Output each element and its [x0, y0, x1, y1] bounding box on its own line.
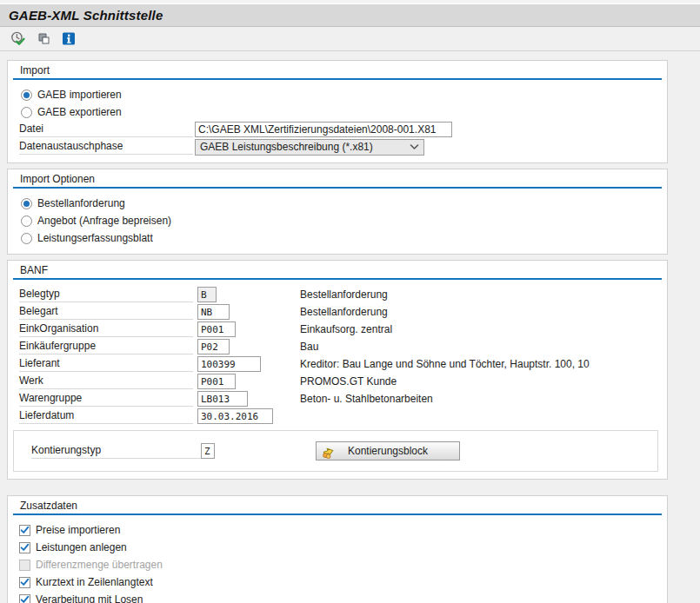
radio-button-icon[interactable]	[21, 215, 32, 227]
zusatzdaten-section: Zusatzdaten Preise importierenLeistungen…	[7, 495, 668, 603]
field-description: Bestellanforderung	[300, 306, 388, 318]
field-label: Warengruppe	[19, 391, 193, 407]
field-input[interactable]	[197, 321, 236, 337]
field-label: Werk	[19, 374, 193, 389]
main-content: Import GAEB importierenGAEB exportieren …	[0, 51, 700, 603]
radio-dot	[23, 109, 30, 116]
kontierungsblock-button-label: Kontierungsblock	[348, 445, 428, 457]
field-label: Lieferdatum	[19, 408, 193, 424]
datenaustauschphase-select[interactable]: GAEB Leistungsbeschreibung (*.x81)	[195, 139, 424, 156]
import-options-title: Import Optionen	[8, 169, 667, 187]
kontierungstyp-label: Kontierungstyp	[31, 443, 201, 459]
checkbox-option-label: Leistungen anlegen	[36, 541, 127, 553]
checkbox-icon	[19, 560, 30, 571]
field-row: EinkäufergruppeBau	[19, 338, 667, 355]
kontierung-box: Kontierungstyp Kontierungsblock	[13, 430, 658, 472]
execute-button[interactable]	[10, 30, 27, 48]
import-section-title: Import	[8, 61, 667, 78]
field-input[interactable]	[197, 408, 273, 424]
field-description: Bau	[300, 341, 318, 353]
radio-dot	[23, 235, 30, 242]
zusatzdaten-checkbox-group: Preise importierenLeistungen anlegenDiff…	[8, 521, 667, 603]
radio-button-icon[interactable]	[21, 233, 32, 244]
datenaustauschphase-row: Datenaustauschphase GAEB Leistungsbeschr…	[19, 138, 667, 156]
import-options-rule	[13, 187, 662, 189]
checkbox-option[interactable]: Preise importieren	[19, 521, 667, 539]
checkbox-option[interactable]: Verarbeitung mit Losen	[19, 591, 667, 603]
datei-row: Datei	[19, 121, 667, 138]
copy-objects-button[interactable]	[35, 30, 52, 48]
radio-dot	[23, 218, 30, 224]
field-input[interactable]	[197, 304, 230, 320]
banf-field-list: BelegtypBestellanforderungBelegartBestel…	[8, 286, 667, 425]
zusatzdaten-rule	[13, 514, 662, 515]
execute-icon	[10, 31, 26, 47]
datenaustauschphase-label: Datenaustauschphase	[19, 139, 193, 155]
field-input[interactable]	[197, 287, 217, 302]
info-icon	[62, 31, 77, 46]
title-bar: GAEB-XML Schnittstelle	[0, 3, 700, 27]
kontierungsblock-button[interactable]: Kontierungsblock	[316, 441, 460, 461]
field-label: Belegtyp	[19, 287, 193, 302]
field-label: Einkäufergruppe	[19, 339, 193, 355]
field-row: Lieferdatum	[19, 408, 667, 425]
copy-objects-icon	[37, 31, 51, 46]
radio-option-label: Bestellanforderung	[37, 197, 125, 209]
checkbox-icon[interactable]	[19, 594, 30, 603]
radio-option[interactable]: Angebot (Anfrage bepreisen)	[21, 212, 667, 229]
checkbox-icon[interactable]	[19, 525, 30, 536]
radio-option[interactable]: GAEB importieren	[21, 86, 667, 103]
radio-option[interactable]: GAEB exportieren	[21, 103, 667, 121]
zusatzdaten-title: Zusatzdaten	[8, 496, 667, 514]
info-button[interactable]	[60, 30, 77, 48]
field-row: WerkPROMOS.GT Kunde	[19, 373, 667, 390]
field-input[interactable]	[197, 391, 248, 407]
field-label: Lieferant	[19, 356, 193, 372]
banf-section: BANF BelegtypBestellanforderungBelegartB…	[7, 260, 668, 480]
field-input[interactable]	[197, 339, 230, 355]
field-description: PROMOS.GT Kunde	[300, 375, 397, 388]
radio-button-icon[interactable]	[21, 198, 32, 209]
field-label: Belegart	[19, 304, 193, 320]
import-section: Import GAEB importierenGAEB exportieren …	[7, 60, 668, 163]
radio-option[interactable]: Leistungserfassungsblatt	[21, 229, 667, 247]
checkbox-option-label: Kurztext in Zeilenlangtext	[36, 576, 153, 588]
radio-option-label: Angebot (Anfrage bepreisen)	[37, 215, 171, 227]
field-input[interactable]	[197, 374, 236, 389]
checkbox-option: Differenzmenge übertragen	[19, 556, 667, 573]
chevron-down-icon	[410, 144, 419, 150]
field-description: Kreditor: Bau Lange und Söhne und Töchte…	[300, 358, 590, 370]
radio-option-label: Leistungserfassungsblatt	[37, 232, 153, 244]
datenaustauschphase-value: GAEB Leistungsbeschreibung (*.x81)	[200, 141, 373, 153]
import-radio-group: GAEB importierenGAEB exportieren	[8, 86, 667, 121]
checkbox-option-label: Preise importieren	[36, 524, 120, 536]
checkbox-icon[interactable]	[19, 542, 30, 553]
radio-option-label: GAEB importieren	[37, 89, 122, 101]
checkbox-option-label: Differenzmenge übertragen	[36, 559, 163, 571]
kontierungstyp-input[interactable]	[201, 443, 215, 459]
field-description: Einkaufsorg. zentral	[300, 323, 392, 335]
radio-button-icon[interactable]	[21, 89, 32, 101]
field-description: Bestellanforderung	[300, 288, 388, 301]
datei-input[interactable]	[195, 122, 452, 137]
radio-dot	[23, 92, 30, 98]
checkbox-icon[interactable]	[19, 577, 30, 588]
import-section-rule	[13, 78, 662, 80]
datei-label: Datei	[19, 122, 193, 137]
field-row: WarengruppeBeton- u. Stahlbetonarbeiten	[19, 390, 667, 408]
toolbar	[0, 27, 700, 51]
checkbox-option[interactable]: Leistungen anlegen	[19, 539, 667, 556]
banf-section-title: BANF	[8, 261, 667, 278]
field-description: Beton- u. Stahlbetonarbeiten	[300, 393, 433, 405]
banf-section-rule	[13, 278, 662, 280]
field-input[interactable]	[197, 356, 261, 372]
field-label: EinkOrganisation	[19, 321, 193, 337]
page-title: GAEB-XML Schnittstelle	[9, 8, 163, 23]
field-row: BelegtypBestellanforderung	[19, 286, 667, 303]
checkbox-option[interactable]: Kurztext in Zeilenlangtext	[19, 573, 667, 591]
field-row: EinkOrganisationEinkaufsorg. zentral	[19, 321, 667, 338]
radio-option[interactable]: Bestellanforderung	[21, 195, 667, 212]
import-options-radio-group: BestellanforderungAngebot (Anfrage bepre…	[8, 195, 667, 247]
radio-button-icon[interactable]	[21, 107, 32, 118]
field-row: BelegartBestellanforderung	[19, 303, 667, 321]
